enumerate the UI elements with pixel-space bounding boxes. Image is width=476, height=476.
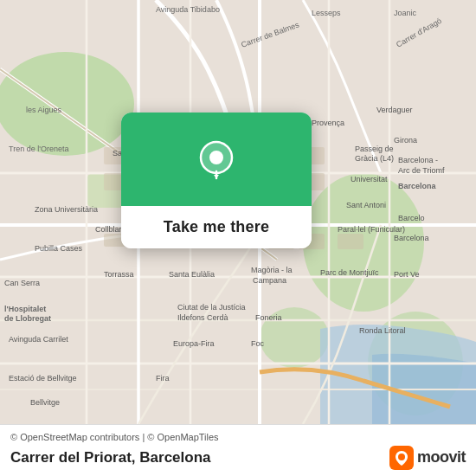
svg-text:Bellvitge: Bellvitge bbox=[30, 398, 60, 407]
svg-text:Magòria - la: Magòria - la bbox=[251, 266, 293, 274]
svg-text:Joanic: Joanic bbox=[394, 9, 417, 17]
svg-text:l'Hospitalet: l'Hospitalet bbox=[4, 305, 46, 313]
svg-point-82 bbox=[209, 151, 223, 164]
location-card: Take me there bbox=[121, 113, 312, 248]
svg-text:Arc de Triomf: Arc de Triomf bbox=[398, 166, 445, 175]
svg-text:les Aigues: les Aigues bbox=[26, 106, 62, 114]
location-label: Carrer del Priorat, Barcelona bbox=[10, 449, 210, 466]
svg-point-84 bbox=[398, 453, 405, 460]
svg-text:Barcelona -: Barcelona - bbox=[398, 156, 438, 164]
svg-text:Campana: Campana bbox=[253, 276, 286, 285]
svg-rect-32 bbox=[338, 234, 363, 249]
svg-text:Santa Eulàlia: Santa Eulàlia bbox=[169, 270, 215, 279]
svg-text:Europa-Fira: Europa-Fira bbox=[173, 339, 215, 348]
svg-text:Torrassa: Torrassa bbox=[104, 270, 134, 279]
svg-text:Ronda Litoral: Ronda Litoral bbox=[359, 326, 406, 335]
svg-text:Passeig de: Passeig de bbox=[355, 145, 394, 153]
location-pin-icon bbox=[190, 137, 242, 189]
map-container: les Aigues Avinguda Tibidabo Lesseps Joa… bbox=[0, 0, 476, 424]
svg-text:Verdaguer: Verdaguer bbox=[376, 106, 413, 114]
bottom-bar: © OpenStreetMap contributors | © OpenMap… bbox=[0, 424, 476, 476]
svg-text:Ildefons Cerdà: Ildefons Cerdà bbox=[177, 313, 228, 322]
svg-text:Girona: Girona bbox=[394, 136, 417, 145]
svg-text:Tren de l'Oreneta: Tren de l'Oreneta bbox=[9, 145, 68, 153]
svg-text:Universitat: Universitat bbox=[351, 175, 388, 183]
svg-text:Provença: Provença bbox=[312, 119, 344, 127]
svg-text:Foneria: Foneria bbox=[255, 313, 282, 322]
moovit-brand-text: moovit bbox=[417, 448, 466, 466]
svg-text:Barcelona: Barcelona bbox=[398, 182, 437, 190]
svg-text:Parc de Montjuïc: Parc de Montjuïc bbox=[320, 268, 379, 277]
svg-text:de Llobregat: de Llobregat bbox=[4, 314, 51, 323]
svg-text:Estació de Bellvitge: Estació de Bellvitge bbox=[9, 374, 77, 383]
svg-text:Lesseps: Lesseps bbox=[312, 9, 341, 17]
svg-text:Paral·lel (Funicular): Paral·lel (Funicular) bbox=[338, 225, 405, 234]
svg-text:Barcelo: Barcelo bbox=[398, 214, 425, 222]
svg-text:Fira: Fira bbox=[156, 374, 170, 383]
svg-text:Gràcia (L4): Gràcia (L4) bbox=[355, 154, 394, 163]
moovit-logo: moovit bbox=[389, 446, 466, 470]
svg-text:Pubilla Cases: Pubilla Cases bbox=[35, 244, 83, 253]
svg-text:Zona Universitària: Zona Universitària bbox=[35, 205, 98, 214]
map-attribution: © OpenStreetMap contributors | © OpenMap… bbox=[10, 432, 466, 442]
svg-text:Barcelona: Barcelona bbox=[394, 234, 429, 242]
take-me-there-button[interactable]: Take me there bbox=[121, 206, 312, 248]
moovit-icon bbox=[389, 446, 414, 470]
svg-text:Avinguda Tibidabo: Avinguda Tibidabo bbox=[156, 5, 220, 14]
svg-text:Port Ve: Port Ve bbox=[394, 270, 420, 279]
bottom-row: Carrer del Priorat, Barcelona moovit bbox=[10, 446, 466, 470]
svg-point-1 bbox=[0, 52, 134, 156]
card-header bbox=[121, 113, 312, 206]
svg-text:Ciutat de la Justícia: Ciutat de la Justícia bbox=[177, 303, 246, 312]
svg-text:Avinguda Carrilet: Avinguda Carrilet bbox=[9, 335, 68, 344]
svg-text:Can Serra: Can Serra bbox=[4, 279, 40, 287]
svg-text:Sant Antoni: Sant Antoni bbox=[346, 201, 386, 209]
svg-text:Foc: Foc bbox=[251, 339, 265, 348]
